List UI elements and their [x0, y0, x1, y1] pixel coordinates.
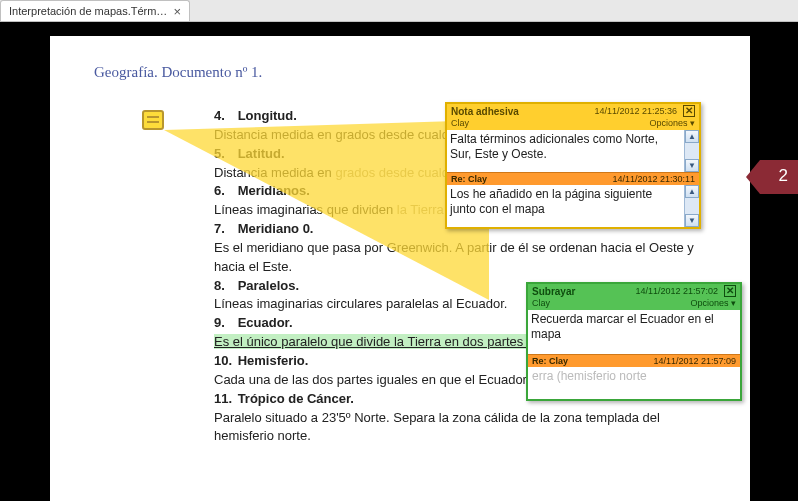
- scroll-up-icon[interactable]: ▲: [685, 185, 699, 198]
- tab-title: Interpretación de mapas.Términos ...: [9, 5, 167, 17]
- options-menu[interactable]: Opciones: [690, 298, 736, 308]
- reply-author: Re: Clay: [532, 356, 653, 366]
- scroll-down-icon[interactable]: ▼: [685, 159, 699, 172]
- scrollbar[interactable]: ▲ ▼: [684, 130, 699, 172]
- popup-author: Clay: [532, 298, 690, 308]
- comment-count-callout[interactable]: 2: [750, 160, 798, 194]
- close-icon[interactable]: ✕: [683, 105, 695, 117]
- scroll-up-icon[interactable]: ▲: [685, 130, 699, 143]
- sticky-note-icon[interactable]: [142, 110, 164, 130]
- reply-date: 14/11/2012 21:30:11: [612, 174, 695, 184]
- close-icon[interactable]: ×: [173, 5, 181, 18]
- popup-author: Clay: [451, 118, 649, 128]
- reply-input[interactable]: erra (hemisferio norte: [528, 367, 740, 399]
- page: Geografía. Documento nº 1. 4. Longitud. …: [50, 36, 750, 501]
- reply-date: 14/11/2012 21:57:09: [653, 356, 736, 366]
- close-icon[interactable]: ✕: [724, 285, 736, 297]
- highlighted-text[interactable]: Es el único paralelo que divide la Tierr…: [214, 334, 572, 349]
- scroll-down-icon[interactable]: ▼: [685, 214, 699, 227]
- reply-message: Los he añadido en la página siguiente ju…: [447, 185, 699, 221]
- viewport: Geografía. Documento nº 1. 4. Longitud. …: [0, 22, 798, 501]
- sticky-note-popup[interactable]: Nota adhesiva 14/11/2012 21:25:36 ✕ Clay…: [445, 102, 701, 229]
- page-title: Geografía. Documento nº 1.: [94, 64, 706, 81]
- options-menu[interactable]: Opciones: [649, 118, 695, 128]
- popup-date: 14/11/2012 21:57:02: [635, 286, 718, 296]
- popup-message: Recuerda marcar el Ecuador en el mapa: [528, 310, 740, 346]
- tab-bar: Interpretación de mapas.Términos ... ×: [0, 0, 798, 22]
- popup-date: 14/11/2012 21:25:36: [594, 106, 677, 116]
- popup-type: Subrayar: [532, 286, 575, 297]
- document-tab[interactable]: Interpretación de mapas.Términos ... ×: [0, 0, 190, 21]
- comment-count: 2: [779, 166, 788, 186]
- reply-author: Re: Clay: [451, 174, 612, 184]
- scrollbar[interactable]: ▲ ▼: [684, 185, 699, 227]
- popup-message: Falta términos adicionales como Norte, S…: [447, 130, 699, 166]
- popup-type: Nota adhesiva: [451, 106, 519, 117]
- highlight-popup[interactable]: Subrayar 14/11/2012 21:57:02 ✕ Clay Opci…: [526, 282, 742, 401]
